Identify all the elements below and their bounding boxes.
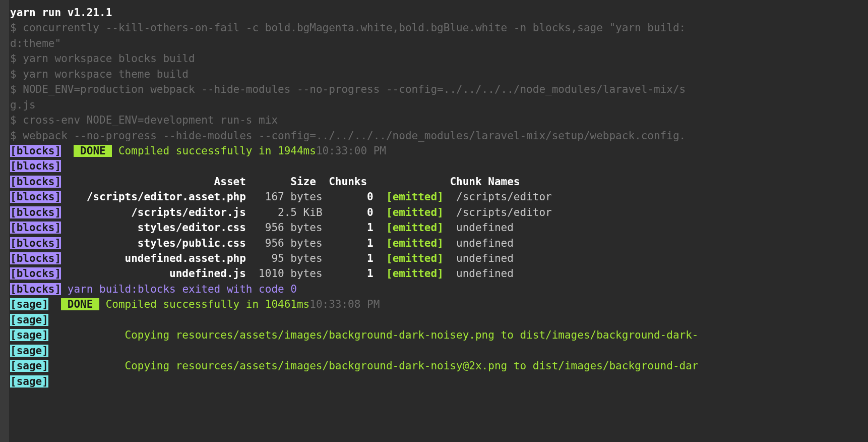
asset-name: /scripts/editor.asset.php [61,191,246,203]
asset-chunks: 1 [323,222,374,234]
blocks-tag: [blocks] [10,283,61,295]
asset-row: [blocks] /scripts/editor.asset.php 167 b… [10,189,858,204]
asset-chunkname: undefined [456,267,514,280]
cmd-line-wrap: g.js [10,97,858,113]
blocks-tag: [blocks] [10,237,61,249]
cmd-line: $ concurrently --kill-others-on-fail -c … [10,20,858,35]
cmd-line: $ webpack --no-progress --hide-modules -… [10,128,858,143]
asset-row: [blocks] /scripts/editor.js 2.5 KiB 0 [e… [10,205,858,220]
asset-name: styles/editor.css [61,222,246,234]
cmd-line-wrap: d:theme" [10,36,858,51]
done-badge: DONE [61,298,99,310]
blocks-tag: [blocks] [10,267,61,280]
sage-tag: [sage] [10,298,48,310]
sage-tag: [sage] [10,314,48,326]
asset-chunkname: /scripts/editor [456,206,552,218]
blocks-tag: [blocks] [10,160,61,172]
sage-tag: [sage] [10,345,48,357]
asset-name: undefined.js [61,267,246,280]
asset-size: 956 bytes [246,222,323,234]
terminal-content: yarn run v1.21.1 $ concurrently --kill-o… [10,5,858,389]
asset-chunks: 1 [323,252,374,264]
asset-row: [blocks] styles/editor.css 956 bytes 1 [… [10,220,858,235]
asset-name: styles/public.css [61,237,246,249]
sage-empty-line: [sage] [10,343,858,358]
asset-status: [emitted] [386,191,444,203]
blocks-tag: [blocks] [10,191,61,203]
asset-row: [blocks] styles/public.css 956 bytes 1 [… [10,236,858,251]
blocks-tag: [blocks] [10,206,61,218]
asset-chunkname: undefined [456,222,514,234]
asset-chunks: 1 [323,237,374,249]
sage-copy-line: [sage] Copying resources/assets/images/b… [10,327,858,343]
asset-row: [blocks] undefined.js 1010 bytes 1 [emit… [10,266,858,281]
asset-chunks: 0 [323,206,374,218]
cmd-line: $ cross-env NODE_ENV=development run-s m… [10,113,858,128]
asset-size: 2.5 KiB [246,206,323,218]
editor-sidebar [0,0,9,442]
asset-status: [emitted] [386,237,444,249]
asset-chunkname: undefined [456,252,514,264]
asset-size: 167 bytes [246,191,323,203]
cmd-line: $ yarn workspace blocks build [10,51,858,66]
compile-success-text: Compiled successfully in 1944ms [112,145,316,157]
asset-size: 95 bytes [246,252,323,264]
blocks-tag: [blocks] [10,176,61,188]
timestamp: 10:33:08 PM [309,298,380,310]
asset-size: 1010 bytes [246,267,323,280]
blocks-empty-line: [blocks] [10,158,858,174]
asset-chunks: 1 [323,267,374,280]
compile-success-text: Compiled successfully in 10461ms [99,298,309,310]
asset-status: [emitted] [386,206,444,218]
asset-name: /scripts/editor.js [61,206,246,218]
blocks-tag: [blocks] [10,145,61,157]
asset-chunkname: /scripts/editor [456,191,552,203]
sage-tag: [sage] [10,329,48,341]
yarn-version-header: yarn run v1.21.1 [10,5,858,20]
asset-status: [emitted] [386,267,444,280]
cmd-line: $ yarn workspace theme build [10,67,858,82]
blocks-exit-line: [blocks] yarn build:blocks exited with c… [10,282,858,297]
sage-tag: [sage] [10,360,48,372]
blocks-tag: [blocks] [10,222,61,234]
blocks-done-line: [blocks] DONE Compiled successfully in 1… [10,143,858,158]
sage-copy-line: [sage] Copying resources/assets/images/b… [10,358,858,373]
done-badge: DONE [74,145,112,157]
asset-status: [emitted] [386,252,444,264]
asset-chunkname: undefined [456,237,514,249]
sage-empty-line: [sage] [10,374,858,389]
cmd-line: $ NODE_ENV=production webpack --hide-mod… [10,82,858,97]
blocks-tag: [blocks] [10,252,61,264]
asset-chunks: 0 [323,191,374,203]
asset-row: [blocks] undefined.asset.php 95 bytes 1 … [10,251,858,266]
asset-name: undefined.asset.php [61,252,246,264]
sage-done-line: [sage] DONE Compiled successfully in 104… [10,297,858,312]
asset-status: [emitted] [386,222,444,234]
asset-table-header: [blocks] Asset Size Chunks Chunk Names [10,174,858,189]
timestamp: 10:33:00 PM [316,145,386,157]
sage-empty-line: [sage] [10,312,858,327]
asset-size: 956 bytes [246,237,323,249]
sage-tag: [sage] [10,375,48,388]
